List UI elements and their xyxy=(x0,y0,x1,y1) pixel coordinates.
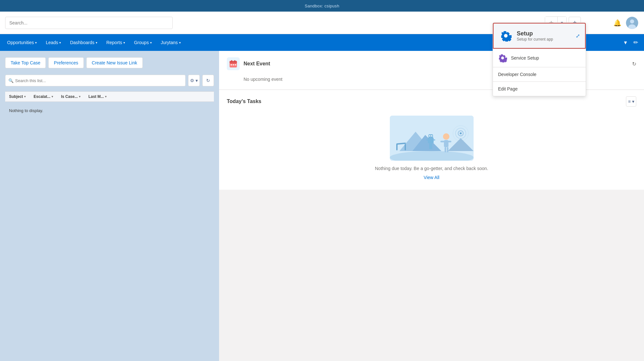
nav-more-button[interactable]: ▾ xyxy=(621,39,630,46)
preferences-button[interactable]: Preferences xyxy=(48,57,83,68)
content-area: Take Top Case Preferences Create New Iss… xyxy=(0,51,644,361)
svg-rect-6 xyxy=(234,60,235,62)
svg-rect-15 xyxy=(396,144,398,150)
setup-text-group: Setup Setup for current app xyxy=(517,30,553,42)
no-display-message: Nothing to display. xyxy=(5,102,214,119)
search-list-input[interactable] xyxy=(5,75,186,86)
search-list-wrapper: 🔍 xyxy=(5,75,186,86)
svg-rect-27 xyxy=(440,141,444,142)
svg-rect-5 xyxy=(231,60,232,62)
gear-button[interactable] xyxy=(597,17,609,29)
nav-chevron-opportunities: ▾ xyxy=(35,41,37,44)
setup-title: Setup xyxy=(517,30,553,37)
svg-point-36 xyxy=(505,35,507,37)
nav-item-leads[interactable]: Leads ▾ xyxy=(41,34,65,51)
developer-console-item[interactable]: Developer Console xyxy=(493,67,586,81)
col-escalation[interactable]: Escalat... ▾ xyxy=(30,92,57,101)
svg-rect-24 xyxy=(431,143,432,149)
svg-point-19 xyxy=(429,135,430,137)
tasks-title: Today's Tasks ≡ ▾ xyxy=(227,96,636,107)
nav-chevron-jurytans: ▾ xyxy=(179,41,181,44)
svg-rect-29 xyxy=(445,147,446,152)
calendar-icon xyxy=(229,60,237,68)
nav-item-jurytans[interactable]: Jurytans ▾ xyxy=(156,34,185,51)
left-panel: Take Top Case Preferences Create New Iss… xyxy=(0,51,219,361)
col-is-case-chevron: ▾ xyxy=(79,95,81,98)
service-setup-label: Service Setup xyxy=(511,55,539,61)
no-tasks-text: Nothing due today. Be a go-getter, and c… xyxy=(375,166,488,171)
notifications-button[interactable]: 🔔 xyxy=(611,17,623,29)
take-top-case-button[interactable]: Take Top Case xyxy=(5,57,46,68)
svg-rect-30 xyxy=(447,147,448,152)
nav-edit-button[interactable]: ✏ xyxy=(630,39,641,46)
search-input[interactable] xyxy=(5,17,173,29)
list-settings-button[interactable]: ⚙ ▾ xyxy=(188,75,200,86)
right-panel: Next Event ↻ No upcoming event Today's T… xyxy=(219,51,644,361)
nav-chevron-groups: ▾ xyxy=(150,41,152,44)
setup-subtitle: Setup for current app xyxy=(517,37,553,42)
avatar[interactable] xyxy=(625,16,639,30)
col-last-modified-chevron: ▾ xyxy=(105,95,107,98)
event-icon xyxy=(227,57,240,70)
tasks-card: Today's Tasks ≡ ▾ xyxy=(219,90,644,190)
action-buttons: Take Top Case Preferences Create New Iss… xyxy=(5,57,214,68)
svg-rect-18 xyxy=(428,134,433,138)
service-setup-icon xyxy=(498,53,507,62)
svg-rect-23 xyxy=(429,143,431,149)
col-last-modified[interactable]: Last M... ▾ xyxy=(84,92,111,101)
view-all-link[interactable]: View All xyxy=(424,175,439,180)
service-gear-svg xyxy=(498,53,507,62)
create-new-issue-link-button[interactable]: Create New Issue Link xyxy=(86,57,143,68)
nav-chevron-leads: ▾ xyxy=(59,41,61,44)
tasks-illustration-svg xyxy=(390,116,474,161)
svg-rect-7 xyxy=(231,64,232,65)
svg-rect-22 xyxy=(433,139,435,140)
nav-item-opportunities[interactable]: Opportunities ▾ xyxy=(3,34,41,51)
setup-gear-svg xyxy=(500,30,512,42)
nav-item-reports[interactable]: Reports ▾ xyxy=(102,34,130,51)
search-list-row: 🔍 ⚙ ▾ ↻ xyxy=(5,75,214,86)
tasks-actions: ≡ ▾ xyxy=(626,96,636,107)
setup-dropdown-menu: Setup Setup for current app ⤢ Service Se… xyxy=(493,23,586,96)
external-link-icon[interactable]: ⤢ xyxy=(576,33,580,39)
edit-page-label: Edit Page xyxy=(498,86,518,91)
setup-menu-header[interactable]: Setup Setup for current app ⤢ xyxy=(493,23,586,49)
next-event-refresh-button[interactable]: ↻ xyxy=(632,61,636,67)
nav-item-dashboards[interactable]: Dashboards ▾ xyxy=(65,34,102,51)
search-list-icon: 🔍 xyxy=(8,78,14,83)
svg-rect-28 xyxy=(447,141,451,142)
svg-point-25 xyxy=(443,133,449,140)
avatar-icon xyxy=(626,17,638,29)
table-header: Subject ▾ Escalat... ▾ Is Case... ▾ Last… xyxy=(5,91,214,102)
developer-console-label: Developer Console xyxy=(498,72,536,77)
svg-point-34 xyxy=(460,132,462,134)
list-refresh-button[interactable]: ↻ xyxy=(202,75,214,86)
sandbox-title: Sandbox: csipush xyxy=(305,4,339,8)
col-is-case[interactable]: Is Case... ▾ xyxy=(57,92,84,101)
col-subject[interactable]: Subject ▾ xyxy=(5,92,30,101)
tasks-filter-button[interactable]: ≡ ▾ xyxy=(626,96,636,107)
service-setup-item[interactable]: Service Setup xyxy=(493,49,586,67)
svg-rect-21 xyxy=(426,139,429,140)
svg-rect-4 xyxy=(230,61,237,63)
svg-rect-8 xyxy=(233,64,234,65)
svg-point-1 xyxy=(630,19,634,24)
svg-rect-17 xyxy=(428,138,434,143)
tasks-illustration xyxy=(390,116,474,161)
svg-rect-16 xyxy=(405,144,406,150)
svg-rect-9 xyxy=(235,64,236,65)
svg-point-37 xyxy=(502,57,504,59)
nav-item-groups[interactable]: Groups ▾ xyxy=(130,34,156,51)
setup-gear-icon xyxy=(499,29,513,43)
nav-chevron-reports: ▾ xyxy=(123,41,125,44)
svg-point-20 xyxy=(431,135,432,137)
nav-chevron-dashboards: ▾ xyxy=(96,41,97,44)
edit-page-item[interactable]: Edit Page xyxy=(493,82,586,96)
top-bar: Sandbox: csipush xyxy=(0,0,644,12)
col-escalation-chevron: ▾ xyxy=(52,95,53,98)
col-subject-chevron: ▾ xyxy=(24,95,26,98)
no-tasks-illustration: Nothing due today. Be a go-getter, and c… xyxy=(227,109,636,183)
gear-icon xyxy=(599,19,607,27)
